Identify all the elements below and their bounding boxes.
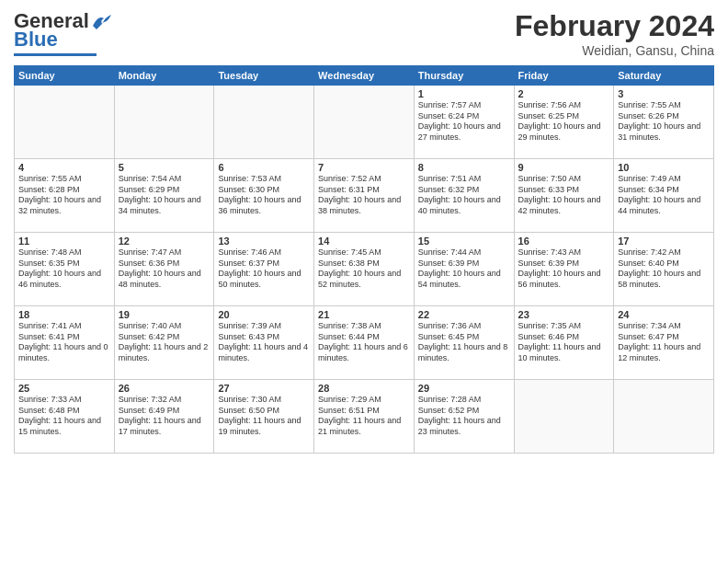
table-row bbox=[514, 380, 614, 454]
logo-blue-text: Blue bbox=[14, 28, 58, 52]
page-container: General Blue February 2024 Weidian, Gans… bbox=[0, 0, 728, 458]
table-row: 5 Sunrise: 7:54 AM Sunset: 6:29 PM Dayli… bbox=[114, 159, 214, 233]
table-row: 9 Sunrise: 7:50 AM Sunset: 6:33 PM Dayli… bbox=[514, 159, 614, 233]
table-row: 4 Sunrise: 7:55 AM Sunset: 6:28 PM Dayli… bbox=[15, 159, 115, 233]
day-info: Sunrise: 7:41 AM Sunset: 6:41 PM Dayligh… bbox=[18, 321, 110, 364]
table-row: 24 Sunrise: 7:34 AM Sunset: 6:47 PM Dayl… bbox=[614, 306, 714, 380]
day-info: Sunrise: 7:42 AM Sunset: 6:40 PM Dayligh… bbox=[618, 247, 710, 291]
day-info: Sunrise: 7:55 AM Sunset: 6:28 PM Dayligh… bbox=[18, 174, 110, 217]
table-row: 25 Sunrise: 7:33 AM Sunset: 6:48 PM Dayl… bbox=[15, 380, 115, 454]
week-row-1: 4 Sunrise: 7:55 AM Sunset: 6:28 PM Dayli… bbox=[15, 159, 714, 233]
day-number: 16 bbox=[518, 236, 610, 247]
col-saturday: Saturday bbox=[614, 66, 714, 86]
week-row-4: 25 Sunrise: 7:33 AM Sunset: 6:48 PM Dayl… bbox=[15, 380, 714, 454]
table-row bbox=[314, 86, 415, 159]
day-number: 28 bbox=[318, 383, 410, 394]
day-info: Sunrise: 7:46 AM Sunset: 6:37 PM Dayligh… bbox=[218, 247, 310, 291]
day-info: Sunrise: 7:35 AM Sunset: 6:46 PM Dayligh… bbox=[518, 321, 610, 364]
table-row: 22 Sunrise: 7:36 AM Sunset: 6:45 PM Dayl… bbox=[414, 306, 514, 380]
day-info: Sunrise: 7:29 AM Sunset: 6:51 PM Dayligh… bbox=[318, 395, 410, 438]
col-monday: Monday bbox=[114, 66, 214, 86]
table-row: 27 Sunrise: 7:30 AM Sunset: 6:50 PM Dayl… bbox=[214, 380, 314, 454]
col-wednesday: Wednesday bbox=[314, 66, 415, 86]
day-number: 2 bbox=[518, 88, 610, 99]
logo-bird-icon bbox=[91, 13, 111, 29]
day-info: Sunrise: 7:49 AM Sunset: 6:34 PM Dayligh… bbox=[618, 174, 710, 217]
table-row: 1 Sunrise: 7:57 AM Sunset: 6:24 PM Dayli… bbox=[414, 86, 514, 159]
page-header: General Blue February 2024 Weidian, Gans… bbox=[14, 9, 714, 58]
table-row: 3 Sunrise: 7:55 AM Sunset: 6:26 PM Dayli… bbox=[614, 86, 714, 159]
day-number: 13 bbox=[218, 236, 310, 247]
table-row: 28 Sunrise: 7:29 AM Sunset: 6:51 PM Dayl… bbox=[314, 380, 415, 454]
table-row: 12 Sunrise: 7:47 AM Sunset: 6:36 PM Dayl… bbox=[114, 233, 214, 306]
day-info: Sunrise: 7:34 AM Sunset: 6:47 PM Dayligh… bbox=[618, 321, 710, 364]
day-number: 5 bbox=[119, 162, 210, 173]
table-row bbox=[114, 86, 214, 159]
table-row: 18 Sunrise: 7:41 AM Sunset: 6:41 PM Dayl… bbox=[15, 306, 115, 380]
day-number: 27 bbox=[218, 383, 310, 394]
day-info: Sunrise: 7:50 AM Sunset: 6:33 PM Dayligh… bbox=[518, 174, 610, 217]
calendar-table: Sunday Monday Tuesday Wednesday Thursday… bbox=[14, 65, 714, 454]
table-row: 17 Sunrise: 7:42 AM Sunset: 6:40 PM Dayl… bbox=[614, 233, 714, 306]
day-number: 15 bbox=[418, 236, 510, 247]
day-number: 3 bbox=[618, 88, 710, 99]
table-row: 29 Sunrise: 7:28 AM Sunset: 6:52 PM Dayl… bbox=[414, 380, 514, 454]
table-row bbox=[214, 86, 314, 159]
day-number: 20 bbox=[218, 309, 310, 320]
day-info: Sunrise: 7:56 AM Sunset: 6:25 PM Dayligh… bbox=[518, 100, 610, 144]
day-number: 26 bbox=[119, 383, 210, 394]
day-info: Sunrise: 7:47 AM Sunset: 6:36 PM Dayligh… bbox=[119, 247, 210, 291]
week-row-3: 18 Sunrise: 7:41 AM Sunset: 6:41 PM Dayl… bbox=[15, 306, 714, 380]
day-info: Sunrise: 7:44 AM Sunset: 6:39 PM Dayligh… bbox=[418, 247, 510, 291]
month-title: February 2024 bbox=[515, 9, 714, 43]
table-row: 23 Sunrise: 7:35 AM Sunset: 6:46 PM Dayl… bbox=[514, 306, 614, 380]
table-row: 15 Sunrise: 7:44 AM Sunset: 6:39 PM Dayl… bbox=[414, 233, 514, 306]
col-sunday: Sunday bbox=[15, 66, 115, 86]
day-info: Sunrise: 7:40 AM Sunset: 6:42 PM Dayligh… bbox=[119, 321, 210, 364]
day-info: Sunrise: 7:28 AM Sunset: 6:52 PM Dayligh… bbox=[418, 395, 510, 438]
day-number: 24 bbox=[618, 309, 710, 320]
day-info: Sunrise: 7:51 AM Sunset: 6:32 PM Dayligh… bbox=[418, 174, 510, 217]
day-info: Sunrise: 7:57 AM Sunset: 6:24 PM Dayligh… bbox=[418, 100, 510, 144]
day-info: Sunrise: 7:30 AM Sunset: 6:50 PM Dayligh… bbox=[218, 395, 310, 438]
table-row: 13 Sunrise: 7:46 AM Sunset: 6:37 PM Dayl… bbox=[214, 233, 314, 306]
day-number: 21 bbox=[318, 309, 410, 320]
location-text: Weidian, Gansu, China bbox=[515, 43, 714, 58]
day-number: 10 bbox=[618, 162, 710, 173]
calendar-header-row: Sunday Monday Tuesday Wednesday Thursday… bbox=[15, 66, 714, 86]
day-number: 23 bbox=[518, 309, 610, 320]
table-row: 8 Sunrise: 7:51 AM Sunset: 6:32 PM Dayli… bbox=[414, 159, 514, 233]
table-row bbox=[15, 86, 115, 159]
day-number: 18 bbox=[18, 309, 110, 320]
table-row: 7 Sunrise: 7:52 AM Sunset: 6:31 PM Dayli… bbox=[314, 159, 415, 233]
table-row: 21 Sunrise: 7:38 AM Sunset: 6:44 PM Dayl… bbox=[314, 306, 415, 380]
col-tuesday: Tuesday bbox=[214, 66, 314, 86]
table-row: 19 Sunrise: 7:40 AM Sunset: 6:42 PM Dayl… bbox=[114, 306, 214, 380]
table-row: 16 Sunrise: 7:43 AM Sunset: 6:39 PM Dayl… bbox=[514, 233, 614, 306]
day-info: Sunrise: 7:43 AM Sunset: 6:39 PM Dayligh… bbox=[518, 247, 610, 291]
day-number: 14 bbox=[318, 236, 410, 247]
day-number: 17 bbox=[618, 236, 710, 247]
week-row-0: 1 Sunrise: 7:57 AM Sunset: 6:24 PM Dayli… bbox=[15, 86, 714, 159]
table-row: 6 Sunrise: 7:53 AM Sunset: 6:30 PM Dayli… bbox=[214, 159, 314, 233]
day-number: 19 bbox=[119, 309, 210, 320]
logo: General Blue bbox=[14, 9, 111, 56]
week-row-2: 11 Sunrise: 7:48 AM Sunset: 6:35 PM Dayl… bbox=[15, 233, 714, 306]
day-number: 25 bbox=[18, 383, 110, 394]
table-row: 2 Sunrise: 7:56 AM Sunset: 6:25 PM Dayli… bbox=[514, 86, 614, 159]
day-info: Sunrise: 7:52 AM Sunset: 6:31 PM Dayligh… bbox=[318, 174, 410, 217]
table-row: 26 Sunrise: 7:32 AM Sunset: 6:49 PM Dayl… bbox=[114, 380, 214, 454]
day-number: 22 bbox=[418, 309, 510, 320]
day-number: 29 bbox=[418, 383, 510, 394]
col-thursday: Thursday bbox=[414, 66, 514, 86]
day-info: Sunrise: 7:32 AM Sunset: 6:49 PM Dayligh… bbox=[119, 395, 210, 438]
table-row: 14 Sunrise: 7:45 AM Sunset: 6:38 PM Dayl… bbox=[314, 233, 415, 306]
day-info: Sunrise: 7:36 AM Sunset: 6:45 PM Dayligh… bbox=[418, 321, 510, 364]
logo-underline bbox=[14, 53, 97, 56]
day-info: Sunrise: 7:38 AM Sunset: 6:44 PM Dayligh… bbox=[318, 321, 410, 364]
table-row bbox=[614, 380, 714, 454]
day-info: Sunrise: 7:39 AM Sunset: 6:43 PM Dayligh… bbox=[218, 321, 310, 364]
day-number: 12 bbox=[119, 236, 210, 247]
day-number: 6 bbox=[218, 162, 310, 173]
day-number: 7 bbox=[318, 162, 410, 173]
